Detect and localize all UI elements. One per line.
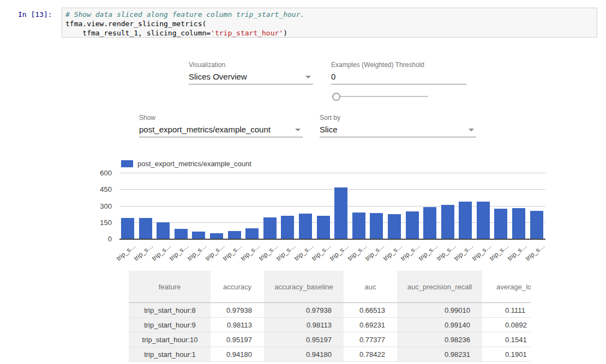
metric-cell: 0.78422 [344, 347, 397, 362]
column-header-accuracy_baseline[interactable]: accuracy_baseline [264, 271, 344, 303]
metric-cell: 0.98236 [397, 332, 482, 347]
metric-cell: 0.77377 [344, 332, 397, 347]
sort-by-label: Sort by [320, 114, 476, 122]
bar-13[interactable] [352, 213, 365, 239]
feature-cell: trip_start_hour:10 [129, 332, 211, 347]
show-metric-select[interactable]: Show post_export_metrics/example_count [139, 114, 303, 137]
metric-cell: 0.95197 [264, 332, 344, 347]
threshold-label: Examples (Weighted) Threshold [331, 61, 466, 69]
visualization-value[interactable]: Slices Overview [189, 72, 313, 84]
x-tick-label: trip_s… [524, 242, 546, 262]
metric-cell: 0.66513 [344, 303, 397, 318]
bar-4[interactable] [192, 232, 205, 239]
x-tick-label: trip_s… [364, 242, 386, 262]
sort-by-select[interactable]: Sort by Slice [320, 114, 476, 137]
column-header-accuracy[interactable]: accuracy [211, 271, 264, 303]
metric-cell: 0.1541 [482, 332, 531, 347]
visualization-select[interactable]: Visualization Slices Overview [189, 61, 313, 84]
chevron-down-icon [469, 129, 474, 131]
column-header-auc_precision_recall[interactable]: auc_precision_recall [397, 271, 482, 303]
bar-15[interactable] [388, 214, 401, 239]
x-tick-label: trip_s… [186, 242, 208, 262]
column-header-feature[interactable]: feature [129, 271, 211, 303]
bar-14[interactable] [370, 213, 383, 239]
bar-7[interactable] [245, 228, 259, 239]
x-tick-label: trip_s… [203, 242, 226, 262]
bar-chart-plot-area [121, 168, 543, 239]
visualization-label: Visualization [189, 61, 313, 69]
metric-cell: 0.94180 [211, 347, 264, 362]
threshold-slider-knob[interactable] [332, 93, 340, 101]
bar-17[interactable] [423, 207, 436, 239]
metrics-table: featureaccuracyaccuracy_baselineaucauc_p… [129, 271, 531, 362]
x-tick-label: trip_s… [488, 242, 511, 262]
x-tick-label: trip_s… [417, 242, 440, 262]
metric-cell: 0.1111 [482, 303, 531, 318]
bar-18[interactable] [441, 205, 454, 239]
y-tick-label: 150 [82, 219, 112, 227]
bar-20[interactable] [477, 202, 490, 239]
metric-cell: 0.94180 [264, 347, 344, 362]
threshold-input[interactable]: 0 [331, 72, 466, 84]
bar-1[interactable] [139, 218, 152, 239]
code-line-2: tfma.view.render_slicing_metrics( [65, 19, 597, 28]
bar-11[interactable] [317, 216, 330, 239]
bar-16[interactable] [406, 211, 419, 239]
y-tick-label: 600 [82, 169, 112, 177]
x-tick-label: trip_s… [399, 242, 422, 262]
bar-10[interactable] [299, 214, 312, 239]
column-header-average_los[interactable]: average_los [482, 271, 531, 303]
bar-19[interactable] [459, 202, 472, 239]
show-value[interactable]: post_export_metrics/example_count [139, 125, 303, 137]
x-tick-label: trip_s… [221, 242, 244, 262]
bar-6[interactable] [228, 231, 241, 239]
metric-cell: 0.69231 [344, 318, 397, 332]
table-row: trip_start_hour:100.951970.951970.773770… [129, 332, 531, 347]
bar-5[interactable] [210, 233, 223, 239]
feature-cell: trip_start_hour:8 [129, 303, 211, 318]
x-tick-label: trip_s… [346, 242, 368, 262]
feature-cell: trip_start_hour:1 [129, 347, 211, 362]
x-tick-label: trip_s… [453, 242, 475, 262]
bar-9[interactable] [281, 216, 294, 239]
x-tick-label: trip_s… [471, 242, 493, 262]
metric-cell: 0.97938 [264, 303, 344, 318]
feature-cell: trip_start_hour:9 [129, 318, 211, 332]
chevron-down-icon [295, 129, 301, 131]
x-tick-label: trip_s… [292, 242, 315, 262]
threshold-field[interactable]: Examples (Weighted) Threshold 0 [331, 61, 466, 84]
y-tick-label: 300 [82, 202, 112, 210]
bar-2[interactable] [157, 222, 170, 239]
metric-cell: 0.98113 [211, 318, 264, 332]
y-tick-label: 0 [82, 235, 112, 243]
legend-swatch [121, 160, 133, 167]
column-header-auc[interactable]: auc [344, 271, 397, 303]
bar-3[interactable] [175, 229, 188, 239]
x-tick-label: trip_s… [310, 242, 333, 262]
table-row: trip_start_hour:90.981130.981130.692310.… [129, 318, 531, 332]
bar-8[interactable] [263, 217, 277, 239]
x-tick-label: trip_s… [115, 242, 137, 262]
table-row: trip_start_hour:80.979380.979380.665130.… [129, 303, 531, 318]
metric-cell: 0.98231 [397, 347, 482, 362]
x-tick-label: trip_s… [328, 242, 351, 262]
sort-by-value[interactable]: Slice [320, 125, 476, 137]
code-editor[interactable]: # Show data sliced along feature column … [62, 8, 597, 38]
code-line-3: tfma_result_1, slicing_column='trip_star… [65, 28, 597, 38]
metric-cell: 0.97938 [211, 303, 264, 318]
x-tick-label: trip_s… [506, 242, 529, 262]
metrics-table-container: featureaccuracyaccuracy_baselineaucauc_p… [129, 271, 531, 364]
bar-0[interactable] [121, 218, 134, 239]
bar-23[interactable] [530, 211, 543, 239]
metric-cell: 0.99140 [397, 318, 482, 332]
bar-22[interactable] [512, 208, 525, 239]
bar-12[interactable] [334, 187, 347, 239]
bar-21[interactable] [494, 209, 507, 239]
metric-cell: 0.95197 [211, 332, 264, 347]
gridline [119, 239, 545, 240]
x-tick-label: trip_s… [435, 242, 457, 262]
x-tick-label: trip_s… [257, 242, 279, 262]
threshold-slider-track[interactable] [336, 96, 428, 97]
x-tick-label: trip_s… [151, 242, 173, 262]
metric-cell: 0.1901 [482, 347, 531, 362]
